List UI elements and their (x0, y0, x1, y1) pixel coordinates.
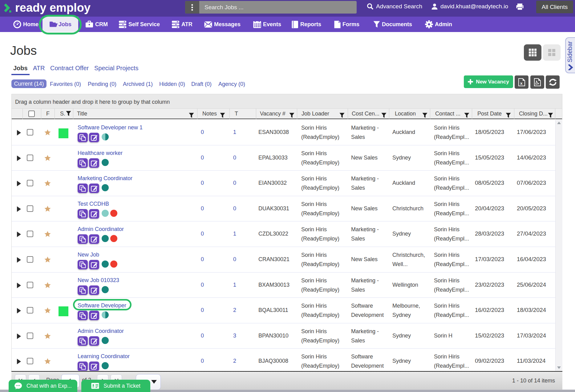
svg-text:x: x (520, 81, 523, 85)
